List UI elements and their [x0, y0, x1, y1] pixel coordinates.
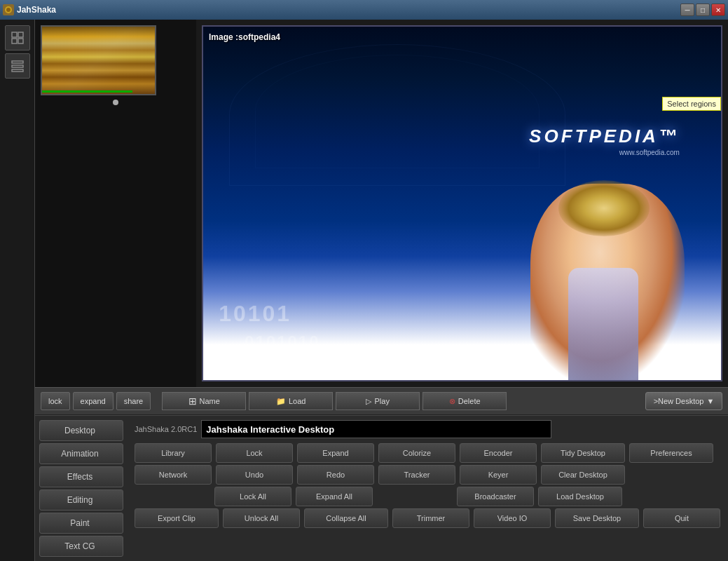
nav-editing-label: Editing — [67, 495, 93, 505]
load-button[interactable]: 📁 Load — [249, 392, 333, 410]
play-icon: ▷ — [366, 397, 371, 406]
expand-all-button[interactable]: Expand All — [296, 487, 373, 506]
bottom-panel: Desktop Animation Effects Editing Paint … — [35, 415, 728, 561]
nav-effects-button[interactable]: Effects — [39, 466, 123, 487]
colorize-button[interactable]: Colorize — [378, 443, 455, 463]
nav-editing-button[interactable]: Editing — [39, 489, 123, 511]
title-bar: JahShaka ─ □ ✕ — [0, 0, 728, 20]
tracker-button[interactable]: Tracker — [378, 465, 455, 485]
nav-textcg-button[interactable]: Text CG — [39, 536, 123, 557]
name-icon: ⊞ — [188, 396, 197, 407]
nav-animation-button[interactable]: Animation — [39, 443, 123, 464]
thumbnail-indicator — [113, 100, 118, 105]
delete-label: Delete — [458, 397, 481, 405]
load-desktop-button[interactable]: Load Desktop — [538, 487, 622, 506]
select-regions-tooltip[interactable]: Select regions — [662, 97, 721, 111]
nav-animation-label: Animation — [61, 449, 98, 459]
keyer-button[interactable]: Keyer — [460, 465, 537, 485]
model-silhouette — [509, 170, 706, 380]
nav-textcg-label: Text CG — [64, 541, 95, 551]
svg-rect-6 — [12, 61, 23, 63]
tidy-desktop-button[interactable]: Tidy Desktop — [541, 443, 625, 463]
content-area: SOFTPEDIA™ www.softpedia.com 10101 01010… — [35, 20, 728, 561]
desktop-name-area: JahShaka 2.0RC1 — [135, 420, 724, 438]
func-row-3: Lock All Expand All Broadcaster Load Des… — [214, 487, 724, 506]
preview-label: Image :softpedia4 — [209, 32, 280, 42]
sidebar-list-icon[interactable] — [5, 53, 30, 79]
lock-button[interactable]: lock — [41, 392, 70, 410]
binary-overlay-2: 0101010 — [245, 332, 320, 352]
function-buttons: JahShaka 2.0RC1 Library Lock Expand Colo… — [135, 420, 724, 557]
select-regions-label: Select regions — [667, 100, 716, 108]
svg-rect-2 — [12, 32, 17, 37]
func-row-1: Library Lock Expand Colorize Encoder Tid… — [135, 443, 724, 463]
delete-icon: ⊗ — [449, 397, 455, 406]
title-controls: ─ □ ✕ — [680, 4, 725, 16]
delete-button[interactable]: ⊗ Delete — [423, 392, 507, 410]
network-button[interactable]: Network — [135, 465, 212, 485]
sidebar-grid-icon[interactable] — [5, 25, 30, 50]
minimize-button[interactable]: ─ — [680, 4, 694, 16]
svg-rect-8 — [12, 69, 23, 72]
svg-rect-4 — [12, 39, 17, 43]
svg-rect-7 — [12, 65, 23, 67]
thumbnail-image[interactable] — [41, 25, 156, 95]
new-desktop-button[interactable]: >New Desktop ▼ — [645, 392, 722, 410]
name-label: Name — [200, 397, 220, 405]
window-title: JahShaka — [17, 5, 56, 15]
play-label: Play — [374, 397, 389, 405]
new-desktop-arrow-icon: ▼ — [706, 397, 714, 405]
clear-desktop-button[interactable]: Clear Desktop — [541, 465, 625, 485]
left-nav: Desktop Animation Effects Editing Paint … — [39, 420, 130, 557]
share-button[interactable]: share — [116, 392, 151, 410]
name-button[interactable]: ⊞ Name — [162, 392, 246, 410]
load-icon: 📁 — [276, 397, 286, 406]
trimmer-button[interactable]: Trimmer — [392, 508, 469, 528]
quit-button[interactable]: Quit — [643, 508, 720, 528]
broadcaster-button[interactable]: Broadcaster — [457, 487, 534, 506]
lock-func-button[interactable]: Lock — [216, 443, 293, 463]
main-area: SOFTPEDIA™ www.softpedia.com 10101 01010… — [0, 20, 728, 561]
app-icon — [3, 4, 14, 15]
undo-button[interactable]: Undo — [216, 465, 293, 485]
preview-area: SOFTPEDIA™ www.softpedia.com 10101 01010… — [35, 20, 728, 387]
svg-rect-3 — [18, 32, 23, 37]
func-row-4: Export Clip Unlock All Collapse All Trim… — [135, 508, 724, 528]
softpedia-brand: SOFTPEDIA™ — [529, 126, 680, 147]
func-row-2: Network Undo Redo Tracker Keyer Clear De… — [135, 465, 724, 485]
close-button[interactable]: ✕ — [711, 4, 725, 16]
binary-overlay: 10101 — [219, 301, 291, 327]
title-bar-left: JahShaka — [3, 4, 56, 15]
video-io-button[interactable]: Video IO — [474, 508, 551, 528]
softpedia-url: www.softpedia.com — [529, 149, 680, 156]
desktop-name-input[interactable] — [201, 420, 551, 438]
play-button[interactable]: ▷ Play — [336, 392, 420, 410]
library-button[interactable]: Library — [135, 443, 212, 463]
expand-button[interactable]: expand — [73, 392, 114, 410]
expand-func-button[interactable]: Expand — [297, 443, 374, 463]
toolbar: lock expand share ⊞ Name 📁 Load ▷ Play ⊗… — [35, 387, 728, 415]
save-desktop-button[interactable]: Save Desktop — [555, 508, 639, 528]
nav-effects-label: Effects — [67, 472, 92, 482]
nav-desktop-label: Desktop — [64, 426, 95, 435]
encoder-button[interactable]: Encoder — [460, 443, 537, 463]
svg-point-1 — [6, 8, 11, 12]
redo-button[interactable]: Redo — [297, 465, 374, 485]
nav-desktop-button[interactable]: Desktop — [39, 420, 123, 441]
preferences-button[interactable]: Preferences — [629, 443, 713, 463]
new-desktop-label: >New Desktop — [654, 397, 704, 405]
left-sidebar — [0, 20, 35, 561]
export-clip-button[interactable]: Export Clip — [135, 508, 219, 528]
unlock-all-button[interactable]: Unlock All — [223, 508, 300, 528]
main-preview-canvas[interactable]: SOFTPEDIA™ www.softpedia.com 10101 01010… — [202, 25, 722, 381]
nav-paint-label: Paint — [70, 518, 89, 528]
thumbnail-strip — [35, 20, 196, 387]
svg-rect-5 — [18, 39, 23, 43]
collapse-all-button[interactable]: Collapse All — [304, 508, 388, 528]
desktop-version-label: JahShaka 2.0RC1 — [135, 425, 197, 433]
lock-all-button[interactable]: Lock All — [214, 487, 291, 506]
maximize-button[interactable]: □ — [696, 4, 710, 16]
nav-paint-button[interactable]: Paint — [39, 513, 123, 534]
load-label: Load — [289, 397, 305, 405]
